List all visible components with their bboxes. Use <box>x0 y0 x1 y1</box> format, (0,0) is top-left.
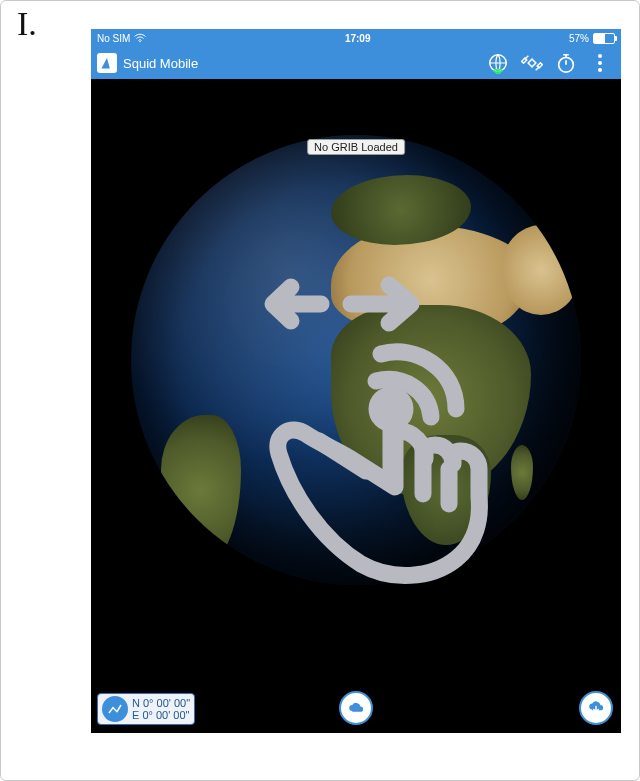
globe[interactable] <box>131 135 581 585</box>
bottom-center <box>339 691 373 725</box>
battery-pct: 57% <box>569 33 589 44</box>
svg-rect-3 <box>522 58 527 63</box>
app-title: Squid Mobile <box>123 56 198 71</box>
coordinates-button[interactable]: N 0° 00' 00" E 0° 00' 00" <box>97 693 195 725</box>
longitude-value: E 0° 00' 00" <box>132 709 190 721</box>
overflow-menu-button[interactable] <box>589 52 611 74</box>
grib-status-badge: No GRIB Loaded <box>307 139 405 155</box>
globe-layers-button[interactable] <box>487 52 509 74</box>
latitude-value: N 0° 00' 00" <box>132 697 190 709</box>
sim-status: No SIM <box>97 33 130 44</box>
vertical-dots-icon <box>598 54 602 72</box>
coordinates-readout: N 0° 00' 00" E 0° 00' 00" <box>132 697 190 721</box>
weather-layer-button[interactable] <box>339 691 373 725</box>
download-button[interactable] <box>579 691 613 725</box>
svg-point-0 <box>140 41 142 43</box>
battery-icon <box>593 33 615 44</box>
satellite-button[interactable] <box>521 52 543 74</box>
app-title-wrap: Squid Mobile <box>97 53 198 73</box>
status-bar: No SIM 17:09 57% <box>91 29 621 47</box>
app-header: Squid Mobile <box>91 47 621 79</box>
clock: 17:09 <box>146 33 569 44</box>
timer-button[interactable] <box>555 52 577 74</box>
instruction-frame: I. No SIM 17:09 57% <box>0 0 640 781</box>
status-bar-right: 57% <box>569 33 615 44</box>
battery-fill <box>594 34 605 43</box>
route-icon <box>102 696 128 722</box>
svg-rect-2 <box>528 59 536 67</box>
bottom-right <box>579 691 613 725</box>
step-number: I. <box>17 5 37 43</box>
app-logo-icon <box>97 53 117 73</box>
wifi-icon <box>134 33 146 43</box>
svg-rect-4 <box>537 63 542 68</box>
map-canvas[interactable]: No GRIB Loaded <box>91 79 621 733</box>
status-bar-left: No SIM <box>97 33 146 44</box>
header-actions <box>487 52 615 74</box>
device-screen: No SIM 17:09 57% <box>91 29 621 733</box>
